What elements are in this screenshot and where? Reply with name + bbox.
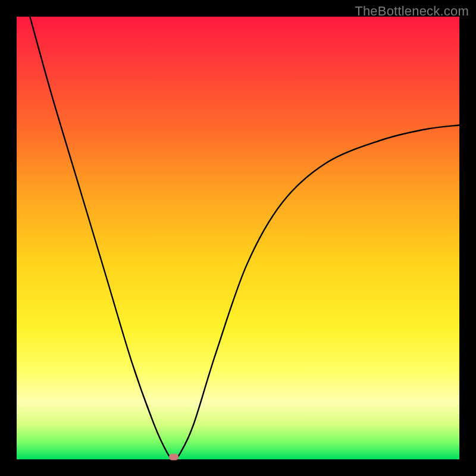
chart-plot-area xyxy=(17,17,459,459)
bottleneck-curve xyxy=(17,17,459,459)
watermark-text: TheBottleneck.com xyxy=(355,4,469,19)
optimal-point-marker xyxy=(169,454,178,461)
